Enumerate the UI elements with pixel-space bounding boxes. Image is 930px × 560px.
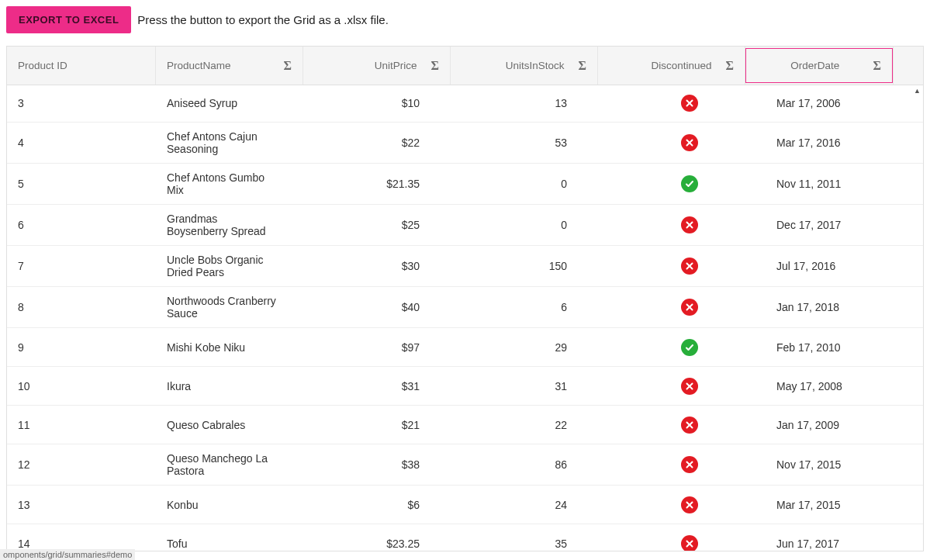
- cell-order-date: Nov 17, 2015: [745, 451, 893, 479]
- table-row[interactable]: 7Uncle Bobs Organic Dried Pears$30150Jul…: [7, 246, 923, 287]
- cell-order-date: Mar 17, 2015: [745, 491, 893, 519]
- cell-units-in-stock: 150: [451, 252, 598, 280]
- grid-body[interactable]: 3Aniseed Syrup$1013Mar 17, 20064Chef Ant…: [7, 85, 923, 551]
- cell-product-name: Mishi Kobe Niku: [156, 334, 303, 361]
- close-icon: [681, 258, 698, 275]
- sigma-icon[interactable]: Σ: [579, 59, 586, 73]
- cell-units-in-stock: 86: [451, 451, 598, 479]
- column-label: Discontinued: [609, 60, 726, 71]
- cell-unit-price: $97: [303, 334, 451, 361]
- cell-units-in-stock: 22: [451, 411, 598, 439]
- column-label: OrderDate: [757, 60, 873, 71]
- cell-order-date: Dec 17, 2017: [745, 211, 893, 239]
- cell-product-name: Ikura: [156, 372, 303, 400]
- cell-units-in-stock: 35: [451, 530, 598, 551]
- cell-order-date: Jan 17, 2018: [745, 293, 893, 321]
- cell-unit-price: $6: [303, 491, 451, 519]
- cell-units-in-stock: 0: [451, 211, 598, 239]
- table-row[interactable]: 3Aniseed Syrup$1013Mar 17, 2006: [7, 85, 923, 123]
- close-icon: [681, 216, 698, 233]
- close-icon: [681, 535, 698, 551]
- scrollbar-header-stub: ▲: [893, 47, 907, 85]
- cell-product-name: Chef Antons Gumbo Mix: [156, 164, 303, 204]
- cell-product-name: Uncle Bobs Organic Dried Pears: [156, 246, 303, 286]
- close-icon: [681, 496, 698, 513]
- check-icon: [681, 175, 698, 192]
- export-hint: Press the button to export the Grid as a…: [137, 13, 389, 26]
- cell-discontinued: [598, 87, 745, 119]
- cell-product-name: Chef Antons Cajun Seasoning: [156, 123, 303, 163]
- sigma-icon[interactable]: Σ: [726, 59, 734, 73]
- cell-unit-price: $31: [303, 372, 451, 400]
- cell-product-name: Aniseed Syrup: [156, 89, 303, 117]
- table-row[interactable]: 11Queso Cabrales$2122Jan 17, 2009: [7, 406, 923, 444]
- cell-units-in-stock: 13: [451, 89, 598, 117]
- cell-discontinued: [598, 126, 745, 159]
- cell-product-name: Queso Cabrales: [156, 411, 303, 439]
- cell-product-id: 6: [7, 211, 156, 239]
- cell-product-id: 13: [7, 491, 156, 519]
- cell-discontinued: [598, 489, 745, 521]
- column-label: UnitsInStock: [462, 60, 579, 71]
- cell-unit-price: $40: [303, 293, 451, 321]
- column-header-order-date[interactable]: OrderDate Σ: [745, 48, 893, 83]
- cell-product-name: Konbu: [156, 491, 303, 519]
- table-row[interactable]: 6Grandmas Boysenberry Spread$250Dec 17, …: [7, 205, 923, 246]
- close-icon: [681, 134, 698, 151]
- export-button[interactable]: EXPORT TO EXCEL: [6, 6, 131, 33]
- cell-units-in-stock: 53: [451, 129, 598, 157]
- cell-unit-price: $21: [303, 411, 451, 439]
- column-label: UnitPrice: [314, 60, 431, 71]
- column-label: Product ID: [18, 60, 67, 71]
- cell-product-name: Northwoods Cranberry Sauce: [156, 287, 303, 327]
- cell-unit-price: $30: [303, 252, 451, 280]
- cell-unit-price: $23.25: [303, 530, 451, 551]
- toolbar: EXPORT TO EXCEL Press the button to expo…: [0, 0, 930, 40]
- cell-product-id: 11: [7, 411, 156, 439]
- cell-unit-price: $21.35: [303, 170, 451, 198]
- column-label: ProductName: [167, 60, 231, 71]
- cell-discontinued: [598, 209, 745, 241]
- cell-product-id: 7: [7, 252, 156, 280]
- sigma-icon[interactable]: Σ: [431, 59, 439, 73]
- cell-order-date: Nov 11, 2011: [745, 170, 893, 198]
- close-icon: [681, 95, 698, 112]
- close-icon: [681, 417, 698, 434]
- table-row[interactable]: 8Northwoods Cranberry Sauce$406Jan 17, 2…: [7, 287, 923, 328]
- sigma-icon[interactable]: Σ: [873, 59, 881, 73]
- scroll-up-arrow-icon[interactable]: ▲: [914, 87, 921, 95]
- close-icon: [681, 299, 698, 316]
- close-icon: [681, 378, 698, 395]
- column-header-product-name[interactable]: ProductName Σ: [156, 47, 303, 85]
- cell-discontinued: [598, 448, 745, 481]
- table-row[interactable]: 13Konbu$624Mar 17, 2015: [7, 486, 923, 524]
- column-header-discontinued[interactable]: Discontinued Σ: [598, 47, 745, 85]
- cell-product-name: Tofu: [156, 530, 303, 551]
- cell-order-date: Jul 17, 2016: [745, 252, 893, 280]
- cell-order-date: May 17, 2008: [745, 372, 893, 400]
- grid-header-row: Product ID ProductName Σ UnitPrice Σ Uni…: [7, 47, 923, 85]
- table-row[interactable]: 14Tofu$23.2535Jun 17, 2017: [7, 524, 923, 551]
- cell-product-id: 3: [7, 89, 156, 117]
- cell-units-in-stock: 29: [451, 334, 598, 361]
- column-header-units-in-stock[interactable]: UnitsInStock Σ: [451, 47, 598, 85]
- cell-product-id: 8: [7, 293, 156, 321]
- cell-units-in-stock: 24: [451, 491, 598, 519]
- cell-discontinued: [598, 527, 745, 551]
- table-row[interactable]: 9Mishi Kobe Niku$9729Feb 17, 2010: [7, 328, 923, 367]
- cell-product-id: 9: [7, 334, 156, 361]
- table-row[interactable]: 5Chef Antons Gumbo Mix$21.350Nov 11, 201…: [7, 164, 923, 205]
- cell-units-in-stock: 6: [451, 293, 598, 321]
- cell-order-date: Jun 17, 2017: [745, 530, 893, 551]
- column-header-product-id[interactable]: Product ID: [7, 47, 156, 85]
- status-bar: omponents/grid/summaries#demo: [0, 549, 135, 560]
- cell-product-id: 5: [7, 170, 156, 198]
- column-header-unit-price[interactable]: UnitPrice Σ: [303, 47, 451, 85]
- table-row[interactable]: 12Queso Manchego La Pastora$3886Nov 17, …: [7, 444, 923, 486]
- cell-order-date: Jan 17, 2009: [745, 411, 893, 439]
- sigma-icon[interactable]: Σ: [284, 59, 292, 73]
- table-row[interactable]: 10Ikura$3131May 17, 2008: [7, 367, 923, 406]
- cell-discontinued: [598, 370, 745, 403]
- table-row[interactable]: 4Chef Antons Cajun Seasoning$2253Mar 17,…: [7, 123, 923, 164]
- cell-order-date: Mar 17, 2016: [745, 129, 893, 157]
